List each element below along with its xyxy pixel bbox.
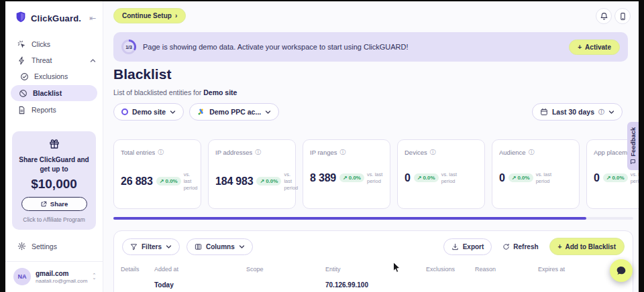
affiliate-promo-card: Share ClickGuard and get up to $10,000 S… xyxy=(12,131,96,230)
feedback-label: Feedback xyxy=(629,127,637,157)
continue-setup-label: Continue Setup xyxy=(122,12,172,19)
export-label: Export xyxy=(463,243,484,250)
refresh-button[interactable]: Refresh xyxy=(502,243,538,250)
chat-launcher-button[interactable] xyxy=(610,259,633,282)
cell-scope xyxy=(246,281,325,289)
cell-entity: 70.126.99.100 xyxy=(325,281,426,289)
col-scope[interactable]: Scope xyxy=(246,266,325,273)
app-window: ClickGuard. ⇤ Clicks Threat Exclusions B… xyxy=(0,0,644,292)
external-link-icon xyxy=(40,201,47,208)
chevron-down-icon xyxy=(239,244,245,249)
cell-expires-at xyxy=(538,281,633,289)
site-icon xyxy=(121,108,128,115)
sidebar-item-exclusions[interactable]: Exclusions xyxy=(5,68,103,84)
stat-value: 184 983 xyxy=(215,175,253,188)
columns-label: Columns xyxy=(206,243,235,250)
shield-logo-icon xyxy=(15,11,27,25)
continue-setup-button[interactable]: Continue Setup › xyxy=(113,8,186,23)
feedback-tab[interactable]: Feedback xyxy=(627,122,639,170)
trend-up-icon: ↗ xyxy=(260,178,264,184)
horizontal-scrollbar-thumb[interactable] xyxy=(113,217,586,220)
columns-icon xyxy=(195,243,202,250)
affiliate-link[interactable]: Click to Affiliate Program xyxy=(17,216,91,223)
chevron-up-icon xyxy=(90,58,96,63)
page-subtitle: List of blacklisted entities for Demo si… xyxy=(113,88,237,96)
col-reason[interactable]: Reason xyxy=(475,266,538,273)
filters-button[interactable]: Filters xyxy=(122,238,180,255)
info-icon[interactable]: ⓘ xyxy=(255,148,261,157)
ppc-account-selector[interactable]: Demo PPC ac... xyxy=(189,103,279,121)
gear-icon xyxy=(17,242,26,250)
stats-row: Total entriesⓘ 26 883 ↗0.0%vs. last peri… xyxy=(113,139,639,213)
promo-amount: $10,000 xyxy=(17,177,91,192)
download-icon xyxy=(451,243,459,250)
logo-row: ClickGuard. ⇤ xyxy=(5,1,103,32)
sidebar-item-blacklist[interactable]: Blacklist xyxy=(11,85,97,101)
sidebar: ClickGuard. ⇤ Clicks Threat Exclusions B… xyxy=(5,1,103,292)
sidebar-item-label: Reports xyxy=(32,106,56,114)
stat-label: Audience xyxy=(499,149,526,156)
notifications-button[interactable] xyxy=(596,8,612,24)
chevron-down-icon xyxy=(166,244,172,249)
account-switcher-icon[interactable]: ⌃⌄ xyxy=(92,274,97,279)
table-header-row: Details Added at Scope Entity Exclusions… xyxy=(114,266,633,273)
mobile-device-icon xyxy=(619,12,627,21)
share-button[interactable]: Share xyxy=(21,197,87,211)
demo-data-banner: 1/3 Page is showing demo data. Activate … xyxy=(113,32,628,62)
plus-icon: + xyxy=(578,44,582,51)
stat-label: IP ranges xyxy=(310,149,337,156)
activate-button[interactable]: + Activate xyxy=(569,40,620,55)
setup-progress-ring: 1/3 xyxy=(121,40,136,54)
collapse-sidebar-icon[interactable]: ⇤ xyxy=(89,13,96,23)
date-range-selector[interactable]: Last 30 days ⓘ xyxy=(532,103,623,121)
info-icon[interactable]: ⓘ xyxy=(529,148,535,157)
add-to-blacklist-button[interactable]: + Add to Blacklist xyxy=(549,238,625,255)
cell-added-at: Today xyxy=(154,281,246,289)
stat-value: 8 389 xyxy=(310,172,336,184)
click-icon xyxy=(17,40,26,49)
table-toolbar: Filters Columns Export Refresh xyxy=(114,231,633,255)
blacklist-table-card: Filters Columns Export Refresh xyxy=(113,230,633,292)
banner-message: Page is showing demo data. Activate your… xyxy=(143,43,409,51)
trend-value: 0.0% xyxy=(612,175,624,181)
col-exclusions[interactable]: Exclusions xyxy=(426,266,475,273)
block-icon xyxy=(19,89,28,98)
device-button[interactable] xyxy=(614,8,631,24)
add-to-blacklist-label: Add to Blacklist xyxy=(565,243,616,250)
info-icon[interactable]: ⓘ xyxy=(430,148,436,157)
sidebar-item-clicks[interactable]: Clicks xyxy=(5,36,103,52)
sidebar-item-label: Threat xyxy=(32,56,52,64)
funnel-icon xyxy=(130,243,138,250)
sidebar-item-settings[interactable]: Settings xyxy=(5,242,103,250)
stat-label: Devices xyxy=(405,149,427,156)
trend-badge: ↗0.0% xyxy=(414,173,439,182)
trend-badge: ↗0.0% xyxy=(603,173,628,182)
stat-value: 0 xyxy=(405,172,411,184)
avatar: NA xyxy=(13,268,31,285)
trend-value: 0.0% xyxy=(165,178,177,184)
trend-up-icon: ↗ xyxy=(606,175,611,181)
user-account[interactable]: NA gmail.com naatali.ro@gmail.com ⌃⌄ xyxy=(5,262,103,292)
info-icon[interactable]: ⓘ xyxy=(158,148,164,157)
activate-label: Activate xyxy=(585,44,611,51)
calendar-icon xyxy=(540,108,548,116)
period-label: vs. last period xyxy=(284,171,298,191)
sidebar-item-reports[interactable]: Reports xyxy=(5,102,103,118)
subtitle-entity: Demo site xyxy=(203,88,237,96)
col-added-at[interactable]: Added at xyxy=(154,266,246,273)
site-selector[interactable]: Demo site xyxy=(113,103,184,121)
table-row[interactable]: Today 70.126.99.100 xyxy=(114,281,633,289)
stat-value: 0 xyxy=(499,172,505,184)
period-label: vs. last period xyxy=(536,171,560,185)
export-button[interactable]: Export xyxy=(443,238,492,255)
col-entity[interactable]: Entity xyxy=(325,266,426,273)
sidebar-item-label: Blacklist xyxy=(33,89,62,97)
sidebar-item-threat[interactable]: Threat xyxy=(5,52,103,68)
user-email: naatali.ro@gmail.com xyxy=(36,278,87,284)
col-details[interactable]: Details xyxy=(121,266,154,273)
info-icon[interactable]: ⓘ xyxy=(340,148,346,157)
user-name: gmail.com xyxy=(36,270,87,278)
toolbar-right: Export Refresh + Add to Blacklist xyxy=(443,238,625,255)
columns-button[interactable]: Columns xyxy=(186,238,253,255)
horizontal-scrollbar-track xyxy=(113,217,633,220)
